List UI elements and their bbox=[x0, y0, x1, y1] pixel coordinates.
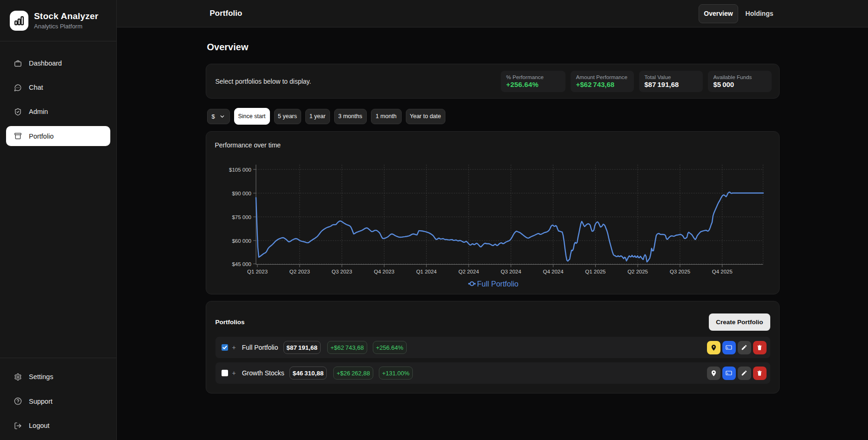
svg-text:$105 000: $105 000 bbox=[229, 167, 251, 173]
svg-text:Q3 2023: Q3 2023 bbox=[331, 269, 352, 274]
svg-text:Q1 2023: Q1 2023 bbox=[247, 269, 267, 274]
svg-text:Full Portfolio: Full Portfolio bbox=[477, 280, 518, 288]
svg-text:Q2 2024: Q2 2024 bbox=[458, 269, 479, 274]
svg-text:$75 000: $75 000 bbox=[232, 214, 251, 220]
svg-text:Q1 2025: Q1 2025 bbox=[585, 269, 606, 274]
svg-text:Q4 2025: Q4 2025 bbox=[712, 269, 732, 274]
svg-text:Q4 2023: Q4 2023 bbox=[374, 269, 394, 274]
svg-text:$90 000: $90 000 bbox=[232, 191, 251, 196]
svg-text:$45 000: $45 000 bbox=[232, 261, 251, 267]
svg-text:Q4 2024: Q4 2024 bbox=[543, 269, 564, 274]
svg-text:Q2 2023: Q2 2023 bbox=[289, 269, 310, 274]
svg-text:Q3 2024: Q3 2024 bbox=[500, 269, 521, 274]
svg-text:Q1 2024: Q1 2024 bbox=[416, 269, 437, 274]
svg-text:Q2 2025: Q2 2025 bbox=[627, 269, 648, 274]
svg-text:$60 000: $60 000 bbox=[232, 238, 251, 244]
svg-text:Q3 2025: Q3 2025 bbox=[669, 269, 690, 274]
